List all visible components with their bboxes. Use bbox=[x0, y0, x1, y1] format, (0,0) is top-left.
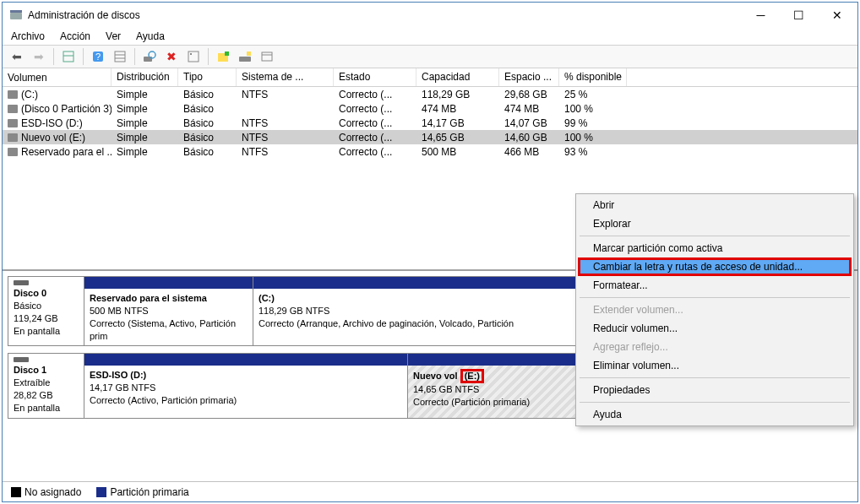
toolbar: ⬅ ➡ ? ✖ bbox=[3, 45, 857, 68]
window-title: Administración de discos bbox=[28, 9, 742, 21]
context-menu: Abrir Explorar Marcar partición como act… bbox=[575, 193, 854, 426]
action-2-button[interactable] bbox=[236, 47, 254, 66]
help-button[interactable]: ? bbox=[89, 47, 107, 66]
svg-rect-6 bbox=[115, 51, 125, 62]
close-button[interactable]: ✕ bbox=[818, 3, 856, 27]
svg-rect-15 bbox=[239, 57, 251, 62]
ctx-mark-active[interactable]: Marcar partición como activa bbox=[578, 239, 852, 257]
disk-icon bbox=[14, 357, 29, 362]
menu-help[interactable]: Ayuda bbox=[134, 29, 166, 44]
col-status[interactable]: Estado bbox=[334, 68, 416, 86]
svg-point-10 bbox=[149, 51, 155, 58]
ctx-mirror: Agregar reflejo... bbox=[578, 338, 852, 356]
menu-action[interactable]: Acción bbox=[58, 29, 92, 44]
list-view-button[interactable] bbox=[111, 47, 129, 66]
titlebar[interactable]: Administración de discos ─ ☐ ✕ bbox=[3, 3, 857, 28]
app-icon bbox=[9, 8, 23, 22]
col-volume[interactable]: Volumen bbox=[3, 68, 112, 86]
legend: No asignado Partición primaria bbox=[3, 481, 857, 501]
volume-icon bbox=[8, 105, 18, 113]
ctx-extend: Extender volumen... bbox=[578, 301, 852, 319]
volume-row[interactable]: Nuevo vol (E:)SimpleBásicoNTFSCorrecto (… bbox=[3, 130, 857, 144]
col-pct[interactable]: % disponible bbox=[559, 68, 627, 86]
svg-rect-1 bbox=[10, 10, 22, 13]
ctx-properties[interactable]: Propiedades bbox=[578, 381, 852, 399]
col-fs[interactable]: Sistema de ... bbox=[237, 68, 334, 86]
volume-row[interactable]: ESD-ISO (D:)SimpleBásicoNTFSCorrecto (..… bbox=[3, 116, 857, 130]
svg-rect-11 bbox=[188, 51, 199, 62]
ctx-help[interactable]: Ayuda bbox=[578, 405, 852, 424]
ctx-delete[interactable]: Eliminar volumen... bbox=[578, 356, 852, 375]
volume-icon bbox=[8, 133, 18, 142]
minimize-button[interactable]: ─ bbox=[742, 3, 780, 27]
forward-button[interactable]: ➡ bbox=[30, 47, 48, 66]
partition[interactable]: Reservado para el sistema500 MB NTFSCorr… bbox=[84, 277, 253, 345]
view-button[interactable] bbox=[59, 47, 78, 66]
refresh-button[interactable] bbox=[140, 47, 159, 66]
disk-label[interactable]: Disco 1Extraíble28,82 GBEn pantalla bbox=[8, 354, 84, 417]
ctx-shrink[interactable]: Reducir volumen... bbox=[578, 319, 852, 338]
menu-file[interactable]: Archivo bbox=[9, 29, 46, 44]
volume-icon bbox=[8, 90, 18, 99]
legend-unassigned: No asignado bbox=[24, 486, 81, 498]
highlight-drive-letter: (E:) bbox=[460, 369, 484, 383]
action-3-button[interactable] bbox=[258, 47, 276, 66]
ctx-change-letter[interactable]: Cambiar la letra y rutas de acceso de un… bbox=[578, 257, 852, 276]
volume-icon bbox=[8, 148, 18, 156]
ctx-explore[interactable]: Explorar bbox=[578, 214, 852, 233]
col-type[interactable]: Tipo bbox=[178, 68, 237, 86]
delete-button[interactable]: ✖ bbox=[162, 47, 181, 66]
menu-view[interactable]: Ver bbox=[104, 29, 122, 44]
action-1-button[interactable] bbox=[214, 47, 232, 66]
ctx-format[interactable]: Formatear... bbox=[578, 276, 852, 295]
maximize-button[interactable]: ☐ bbox=[780, 3, 818, 27]
svg-rect-2 bbox=[63, 51, 73, 62]
volume-row[interactable]: (C:)SimpleBásicoNTFSCorrecto (...118,29 … bbox=[3, 87, 857, 101]
list-header[interactable]: Volumen Distribución Tipo Sistema de ...… bbox=[3, 68, 857, 87]
menubar: Archivo Acción Ver Ayuda bbox=[3, 28, 857, 45]
disk-label[interactable]: Disco 0Básico119,24 GBEn pantalla bbox=[8, 277, 84, 345]
col-capacity[interactable]: Capacidad bbox=[416, 68, 499, 86]
svg-rect-17 bbox=[262, 52, 272, 61]
volume-icon bbox=[8, 119, 18, 127]
svg-rect-14 bbox=[225, 51, 229, 56]
svg-text:?: ? bbox=[95, 51, 101, 62]
col-layout[interactable]: Distribución bbox=[112, 68, 178, 86]
legend-primary: Partición primaria bbox=[110, 486, 188, 498]
volume-row[interactable]: (Disco 0 Partición 3)SimpleBásicoCorrect… bbox=[3, 101, 857, 116]
ctx-open[interactable]: Abrir bbox=[578, 196, 852, 214]
volume-row[interactable]: Reservado para el ...SimpleBásicoNTFSCor… bbox=[3, 144, 857, 159]
col-free[interactable]: Espacio ... bbox=[499, 68, 559, 86]
back-button[interactable]: ⬅ bbox=[8, 47, 26, 66]
svg-rect-0 bbox=[10, 13, 22, 19]
properties-button[interactable] bbox=[184, 47, 203, 66]
svg-rect-12 bbox=[190, 53, 192, 55]
partition[interactable]: ESD-ISO (D:)14,17 GB NTFSCorrecto (Activ… bbox=[84, 354, 408, 417]
disk-icon bbox=[14, 280, 29, 285]
svg-rect-16 bbox=[247, 51, 251, 56]
